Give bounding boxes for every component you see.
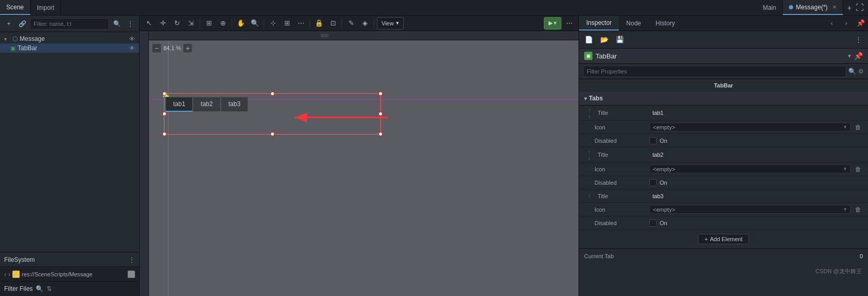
tabbar-collapse-button[interactable]: ▾ — [848, 52, 851, 60]
handle-bc — [270, 132, 275, 136]
tab-message[interactable]: Message(*) ✕ — [783, 0, 843, 15]
new-scene-button[interactable]: 📄 — [582, 33, 596, 47]
inspector-toolbar: 📄 📂 💾 ⋮ — [579, 31, 868, 49]
fullscreen-button[interactable]: ⛶ — [856, 3, 868, 12]
tab1-icon-dropdown[interactable]: <empty> ▾ — [649, 123, 850, 131]
visibility-icon-tabbar[interactable]: 👁 — [129, 45, 135, 51]
rotate-tool-button[interactable]: ↻ — [171, 17, 183, 29]
tab-node[interactable]: Node — [619, 16, 648, 31]
tabbar-tab-2[interactable]: tab2 — [193, 97, 220, 112]
run-icon: ▶ — [549, 20, 553, 26]
tab2-icon-delete-button[interactable]: 🗑 — [854, 165, 863, 174]
tabbar-tab-1[interactable]: tab1 — [165, 97, 193, 112]
tab1-icon-dropdown-arrow: ▾ — [844, 124, 847, 130]
group-button[interactable]: ⊡ — [327, 17, 339, 29]
tab1-disabled-checkbox[interactable] — [649, 137, 657, 144]
filter-props-settings-icon[interactable]: ⚙ — [858, 68, 864, 75]
inspector-pin-button[interactable]: 📌 — [854, 16, 868, 31]
filter-props-input[interactable] — [583, 66, 846, 77]
zoom-minus-button[interactable]: − — [152, 43, 161, 53]
tab-scene[interactable]: Scene — [0, 0, 31, 15]
filter-files-search-icon[interactable]: 🔍 — [36, 285, 43, 292]
anchor-button[interactable]: ⊹ — [267, 17, 279, 29]
tab-import[interactable]: Import — [31, 0, 61, 15]
tabbar-tab-3[interactable]: tab3 — [221, 97, 248, 112]
filesystem-header: FileSystem ⋮ — [0, 253, 139, 267]
select-tool-button[interactable]: ↖ — [143, 17, 155, 29]
tabbar-node-icon-tree: ▣ — [10, 45, 16, 52]
zoom-tool-button[interactable]: 🔍 — [249, 17, 261, 29]
paint-tool-button[interactable]: ◈ — [359, 17, 371, 29]
folder-view-toggle[interactable] — [128, 271, 135, 278]
tab2-title-value: tab2 — [652, 152, 863, 158]
filter-files-sort-icon[interactable]: ⇅ — [47, 285, 52, 292]
viewport-toolbar: ↖ ✛ ↻ ⇲ ⊞ ⊕ ✋ 🔍 ⊹ ⊞ ⋯ 🔒 ⊡ ✎ ◈ View ▾ — [140, 16, 578, 31]
close-tab-button[interactable]: ✕ — [832, 4, 836, 10]
inspector-nav-back[interactable]: ‹ — [825, 16, 839, 31]
tab2-icon-dropdown-arrow: ▾ — [844, 166, 847, 172]
tabbar-pin-button[interactable]: 📌 — [854, 52, 863, 60]
tab-main[interactable]: Main — [756, 0, 783, 15]
tab1-icon-delete-button[interactable]: 🗑 — [854, 123, 863, 132]
tab2-move-down-button[interactable]: ↓ — [588, 155, 591, 160]
save-button[interactable]: 💾 — [613, 33, 627, 47]
scale-tool-button[interactable]: ⇲ — [185, 17, 197, 29]
watermark: CSDN @龙中舞王 — [579, 263, 868, 279]
nav-back-button[interactable]: ‹ — [4, 271, 6, 278]
filesystem-path-row: ‹ › res://SceneScripts/Message — [0, 267, 139, 282]
tab1-disabled-row: Disabled On — [579, 134, 868, 147]
tab3-disabled-value: On — [660, 220, 667, 226]
tab3-disabled-checkbox[interactable] — [649, 219, 657, 227]
tree-item-tabbar[interactable]: ▣ TabBar 👁 — [0, 43, 139, 53]
filesystem-path-text: res://SceneScripts/Message — [22, 271, 126, 277]
tab2-icon-dropdown[interactable]: <empty> ▾ — [649, 165, 850, 173]
visibility-icon-message[interactable]: 👁 — [129, 36, 135, 42]
add-node-button[interactable]: + — [3, 18, 14, 29]
tabbar-widget[interactable]: tab1 tab2 tab3 — [165, 97, 248, 112]
tab-history[interactable]: History — [648, 16, 682, 31]
ruler-mark-500: 500 — [321, 33, 328, 38]
scene-menu-button[interactable]: ⋮ — [125, 18, 136, 29]
tab2-disabled-checkbox[interactable] — [649, 179, 657, 186]
tab1-icon-value: <empty> — [653, 124, 675, 130]
scene-filter-input[interactable] — [30, 18, 109, 29]
snap-button[interactable]: ⊕ — [217, 17, 229, 29]
filesystem-more-button[interactable]: ⋮ — [129, 256, 135, 263]
transform-tool-button[interactable]: ⊞ — [203, 17, 215, 29]
move-tool-button[interactable]: ✛ — [157, 17, 169, 29]
tab3-icon-label: Icon — [595, 206, 646, 213]
tab3-move-up-button[interactable]: ↑ — [588, 193, 591, 199]
tab3-icon-delete-button[interactable]: 🗑 — [854, 205, 863, 214]
canvas-area[interactable]: 500 − 84.1 % + — [140, 31, 578, 296]
scene-filter-search-icon[interactable]: 🔍 — [111, 18, 123, 29]
view-button[interactable]: View ▾ — [377, 17, 404, 29]
tab1-move-down-button[interactable]: ↓ — [588, 113, 591, 119]
tab3-icon-dropdown[interactable]: <empty> ▾ — [649, 205, 850, 214]
path-tool-button[interactable]: ✎ — [345, 17, 357, 29]
run-options-button[interactable]: ⋯ — [563, 17, 575, 29]
tree-item-message[interactable]: ▾ ⬡ Message 👁 — [0, 34, 139, 43]
open-button[interactable]: 📂 — [598, 33, 611, 47]
hand-tool-button[interactable]: ✋ — [235, 17, 247, 29]
more-tools-button[interactable]: ⋯ — [295, 17, 307, 29]
nav-forward-button[interactable]: › — [8, 271, 10, 278]
grid-button[interactable]: ⊞ — [281, 17, 293, 29]
add-tab-button[interactable]: + — [843, 4, 856, 12]
run-button[interactable]: ▶ ▾ — [544, 17, 561, 29]
tab1-title-label: Title — [598, 110, 649, 116]
inspector-scroll-area[interactable]: TabBar ▾ Tabs ↑ ↓ Title tab1 — [579, 79, 868, 296]
filter-props-search-icon[interactable]: 🔍 — [848, 68, 856, 75]
filter-props-row: 🔍 ⚙ — [579, 64, 868, 79]
group-title-row: TabBar — [579, 79, 868, 92]
tab-inspector[interactable]: Inspector — [579, 16, 619, 31]
inspector-toolbar-more[interactable]: ⋮ — [851, 33, 865, 47]
add-element-button[interactable]: + Add Element — [698, 234, 749, 244]
link-button[interactable]: 🔗 — [17, 18, 28, 29]
tab2-group: ↑ ↓ Title tab2 Icon <empty> ▾ 🗑 Disabled — [579, 147, 868, 189]
sep2 — [232, 19, 232, 28]
inspector-nav-forward[interactable]: › — [839, 16, 854, 31]
tabs-section-header[interactable]: ▾ Tabs — [579, 92, 868, 106]
zoom-plus-button[interactable]: + — [183, 43, 192, 53]
lock-button[interactable]: 🔒 — [313, 17, 325, 29]
tab1-icon-label: Icon — [595, 124, 646, 130]
